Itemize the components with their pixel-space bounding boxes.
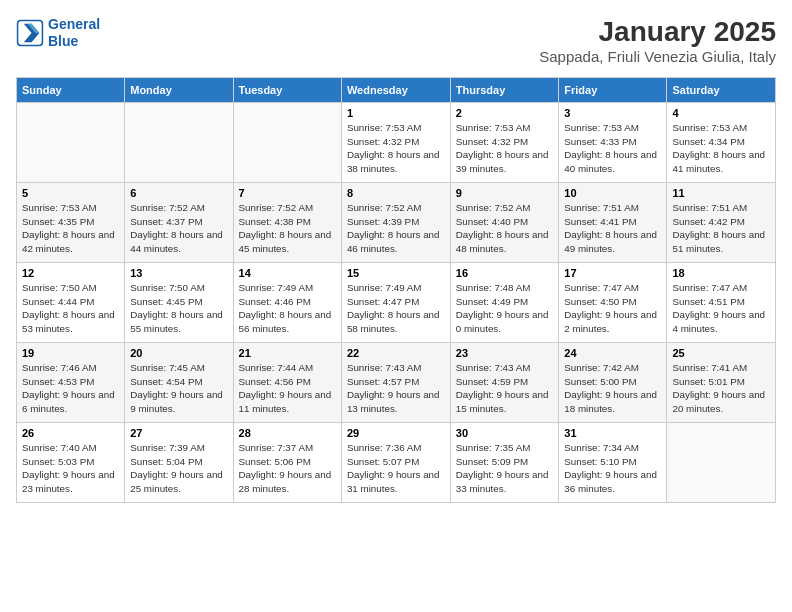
day-info: Sunrise: 7:52 AM Sunset: 4:39 PM Dayligh… bbox=[347, 201, 445, 256]
day-number: 1 bbox=[347, 107, 445, 119]
calendar-table: SundayMondayTuesdayWednesdayThursdayFrid… bbox=[16, 77, 776, 503]
calendar-cell: 6Sunrise: 7:52 AM Sunset: 4:37 PM Daylig… bbox=[125, 183, 233, 263]
calendar-cell: 13Sunrise: 7:50 AM Sunset: 4:45 PM Dayli… bbox=[125, 263, 233, 343]
day-info: Sunrise: 7:48 AM Sunset: 4:49 PM Dayligh… bbox=[456, 281, 554, 336]
day-info: Sunrise: 7:45 AM Sunset: 4:54 PM Dayligh… bbox=[130, 361, 227, 416]
calendar-cell: 30Sunrise: 7:35 AM Sunset: 5:09 PM Dayli… bbox=[450, 423, 559, 503]
day-number: 22 bbox=[347, 347, 445, 359]
day-number: 9 bbox=[456, 187, 554, 199]
calendar-cell: 19Sunrise: 7:46 AM Sunset: 4:53 PM Dayli… bbox=[17, 343, 125, 423]
day-info: Sunrise: 7:53 AM Sunset: 4:34 PM Dayligh… bbox=[672, 121, 770, 176]
calendar-cell: 28Sunrise: 7:37 AM Sunset: 5:06 PM Dayli… bbox=[233, 423, 341, 503]
calendar-cell: 31Sunrise: 7:34 AM Sunset: 5:10 PM Dayli… bbox=[559, 423, 667, 503]
day-number: 6 bbox=[130, 187, 227, 199]
calendar-cell: 10Sunrise: 7:51 AM Sunset: 4:41 PM Dayli… bbox=[559, 183, 667, 263]
day-number: 28 bbox=[239, 427, 336, 439]
calendar-cell: 11Sunrise: 7:51 AM Sunset: 4:42 PM Dayli… bbox=[667, 183, 776, 263]
calendar-cell: 23Sunrise: 7:43 AM Sunset: 4:59 PM Dayli… bbox=[450, 343, 559, 423]
day-number: 27 bbox=[130, 427, 227, 439]
calendar-cell: 7Sunrise: 7:52 AM Sunset: 4:38 PM Daylig… bbox=[233, 183, 341, 263]
calendar-cell: 15Sunrise: 7:49 AM Sunset: 4:47 PM Dayli… bbox=[341, 263, 450, 343]
day-info: Sunrise: 7:53 AM Sunset: 4:32 PM Dayligh… bbox=[456, 121, 554, 176]
calendar-week-row: 5Sunrise: 7:53 AM Sunset: 4:35 PM Daylig… bbox=[17, 183, 776, 263]
day-number: 3 bbox=[564, 107, 661, 119]
calendar-subtitle: Sappada, Friuli Venezia Giulia, Italy bbox=[539, 48, 776, 65]
day-number: 23 bbox=[456, 347, 554, 359]
calendar-cell: 22Sunrise: 7:43 AM Sunset: 4:57 PM Dayli… bbox=[341, 343, 450, 423]
day-number: 17 bbox=[564, 267, 661, 279]
calendar-week-row: 19Sunrise: 7:46 AM Sunset: 4:53 PM Dayli… bbox=[17, 343, 776, 423]
day-number: 7 bbox=[239, 187, 336, 199]
calendar-cell: 25Sunrise: 7:41 AM Sunset: 5:01 PM Dayli… bbox=[667, 343, 776, 423]
day-info: Sunrise: 7:49 AM Sunset: 4:46 PM Dayligh… bbox=[239, 281, 336, 336]
day-info: Sunrise: 7:39 AM Sunset: 5:04 PM Dayligh… bbox=[130, 441, 227, 496]
calendar-week-row: 1Sunrise: 7:53 AM Sunset: 4:32 PM Daylig… bbox=[17, 103, 776, 183]
calendar-week-row: 26Sunrise: 7:40 AM Sunset: 5:03 PM Dayli… bbox=[17, 423, 776, 503]
calendar-cell: 29Sunrise: 7:36 AM Sunset: 5:07 PM Dayli… bbox=[341, 423, 450, 503]
column-header-sunday: Sunday bbox=[17, 78, 125, 103]
day-number: 29 bbox=[347, 427, 445, 439]
column-header-wednesday: Wednesday bbox=[341, 78, 450, 103]
day-info: Sunrise: 7:51 AM Sunset: 4:41 PM Dayligh… bbox=[564, 201, 661, 256]
calendar-cell: 12Sunrise: 7:50 AM Sunset: 4:44 PM Dayli… bbox=[17, 263, 125, 343]
day-info: Sunrise: 7:53 AM Sunset: 4:33 PM Dayligh… bbox=[564, 121, 661, 176]
day-info: Sunrise: 7:52 AM Sunset: 4:40 PM Dayligh… bbox=[456, 201, 554, 256]
day-info: Sunrise: 7:51 AM Sunset: 4:42 PM Dayligh… bbox=[672, 201, 770, 256]
calendar-cell: 8Sunrise: 7:52 AM Sunset: 4:39 PM Daylig… bbox=[341, 183, 450, 263]
day-info: Sunrise: 7:43 AM Sunset: 4:57 PM Dayligh… bbox=[347, 361, 445, 416]
calendar-cell bbox=[17, 103, 125, 183]
column-header-tuesday: Tuesday bbox=[233, 78, 341, 103]
calendar-cell bbox=[125, 103, 233, 183]
day-number: 12 bbox=[22, 267, 119, 279]
calendar-cell: 21Sunrise: 7:44 AM Sunset: 4:56 PM Dayli… bbox=[233, 343, 341, 423]
day-number: 31 bbox=[564, 427, 661, 439]
day-info: Sunrise: 7:50 AM Sunset: 4:45 PM Dayligh… bbox=[130, 281, 227, 336]
calendar-cell: 26Sunrise: 7:40 AM Sunset: 5:03 PM Dayli… bbox=[17, 423, 125, 503]
page-header: General Blue January 2025 Sappada, Friul… bbox=[16, 16, 776, 65]
day-info: Sunrise: 7:50 AM Sunset: 4:44 PM Dayligh… bbox=[22, 281, 119, 336]
day-number: 2 bbox=[456, 107, 554, 119]
calendar-cell: 20Sunrise: 7:45 AM Sunset: 4:54 PM Dayli… bbox=[125, 343, 233, 423]
logo-line2: Blue bbox=[48, 33, 78, 49]
calendar-cell: 27Sunrise: 7:39 AM Sunset: 5:04 PM Dayli… bbox=[125, 423, 233, 503]
day-info: Sunrise: 7:43 AM Sunset: 4:59 PM Dayligh… bbox=[456, 361, 554, 416]
day-number: 4 bbox=[672, 107, 770, 119]
day-number: 14 bbox=[239, 267, 336, 279]
day-info: Sunrise: 7:44 AM Sunset: 4:56 PM Dayligh… bbox=[239, 361, 336, 416]
day-number: 13 bbox=[130, 267, 227, 279]
calendar-cell: 14Sunrise: 7:49 AM Sunset: 4:46 PM Dayli… bbox=[233, 263, 341, 343]
column-header-saturday: Saturday bbox=[667, 78, 776, 103]
logo-icon bbox=[16, 19, 44, 47]
day-number: 10 bbox=[564, 187, 661, 199]
calendar-cell: 1Sunrise: 7:53 AM Sunset: 4:32 PM Daylig… bbox=[341, 103, 450, 183]
calendar-cell: 2Sunrise: 7:53 AM Sunset: 4:32 PM Daylig… bbox=[450, 103, 559, 183]
calendar-cell bbox=[667, 423, 776, 503]
title-block: January 2025 Sappada, Friuli Venezia Giu… bbox=[539, 16, 776, 65]
calendar-header-row: SundayMondayTuesdayWednesdayThursdayFrid… bbox=[17, 78, 776, 103]
day-info: Sunrise: 7:49 AM Sunset: 4:47 PM Dayligh… bbox=[347, 281, 445, 336]
calendar-cell: 16Sunrise: 7:48 AM Sunset: 4:49 PM Dayli… bbox=[450, 263, 559, 343]
calendar-cell: 5Sunrise: 7:53 AM Sunset: 4:35 PM Daylig… bbox=[17, 183, 125, 263]
day-info: Sunrise: 7:35 AM Sunset: 5:09 PM Dayligh… bbox=[456, 441, 554, 496]
day-number: 30 bbox=[456, 427, 554, 439]
day-info: Sunrise: 7:41 AM Sunset: 5:01 PM Dayligh… bbox=[672, 361, 770, 416]
calendar-cell: 3Sunrise: 7:53 AM Sunset: 4:33 PM Daylig… bbox=[559, 103, 667, 183]
day-info: Sunrise: 7:47 AM Sunset: 4:50 PM Dayligh… bbox=[564, 281, 661, 336]
day-info: Sunrise: 7:34 AM Sunset: 5:10 PM Dayligh… bbox=[564, 441, 661, 496]
day-info: Sunrise: 7:52 AM Sunset: 4:37 PM Dayligh… bbox=[130, 201, 227, 256]
day-number: 18 bbox=[672, 267, 770, 279]
day-number: 24 bbox=[564, 347, 661, 359]
column-header-thursday: Thursday bbox=[450, 78, 559, 103]
day-number: 19 bbox=[22, 347, 119, 359]
day-number: 8 bbox=[347, 187, 445, 199]
day-number: 5 bbox=[22, 187, 119, 199]
calendar-cell: 18Sunrise: 7:47 AM Sunset: 4:51 PM Dayli… bbox=[667, 263, 776, 343]
day-info: Sunrise: 7:40 AM Sunset: 5:03 PM Dayligh… bbox=[22, 441, 119, 496]
day-info: Sunrise: 7:42 AM Sunset: 5:00 PM Dayligh… bbox=[564, 361, 661, 416]
day-info: Sunrise: 7:36 AM Sunset: 5:07 PM Dayligh… bbox=[347, 441, 445, 496]
calendar-week-row: 12Sunrise: 7:50 AM Sunset: 4:44 PM Dayli… bbox=[17, 263, 776, 343]
column-header-friday: Friday bbox=[559, 78, 667, 103]
day-number: 15 bbox=[347, 267, 445, 279]
day-info: Sunrise: 7:37 AM Sunset: 5:06 PM Dayligh… bbox=[239, 441, 336, 496]
day-info: Sunrise: 7:53 AM Sunset: 4:35 PM Dayligh… bbox=[22, 201, 119, 256]
